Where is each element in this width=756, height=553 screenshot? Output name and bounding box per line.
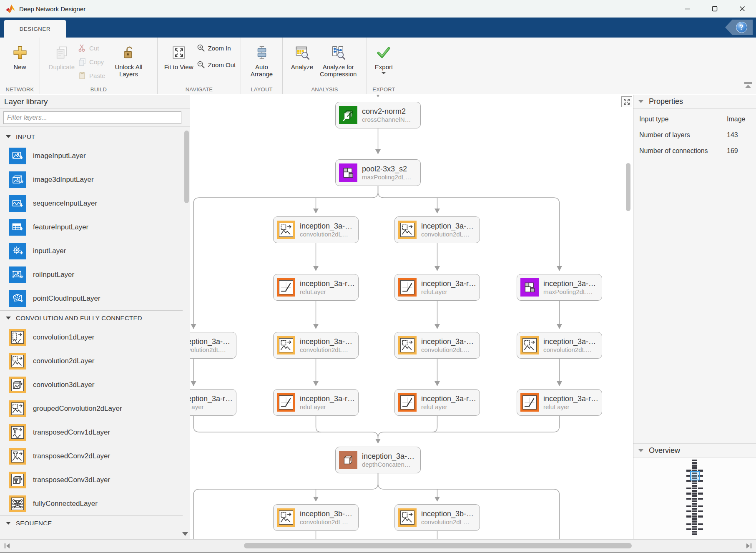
layer-item-featureInputLayer[interactable]: featureInputLayer [0,215,183,239]
layer-item-roiInputLayer[interactable]: roiInputLayer [0,263,183,287]
gear-icon [9,243,26,259]
node-title: inception_3a-… [543,279,596,288]
properties-header[interactable]: Properties [633,95,756,109]
minimize-button[interactable] [673,0,701,18]
help-button[interactable]: ? [725,20,753,35]
minimap-node [686,498,691,500]
minimap-node [686,515,691,517]
node-subtitle: reluLayer [300,288,355,296]
canvas-node-16[interactable]: inception_3b-…convolution2dL… [273,504,359,531]
analyze-for-compression-button[interactable]: Analyze for Compression [316,41,361,78]
layer-item-transposedConv3dLayer[interactable]: transposedConv3dLayer [0,468,183,492]
canvas-node-5[interactable]: inception_3a-r…reluLayer [394,274,480,301]
export-button[interactable]: Export [372,41,395,75]
conv2d-icon [277,508,295,527]
paste-button[interactable]: Paste [78,70,105,81]
duplicate-button[interactable]: Duplicate [46,41,78,71]
close-button[interactable] [728,0,756,18]
canvas-node-13[interactable]: inception_3a-r…reluLayer [394,389,480,416]
collapse-ribbon-button[interactable] [743,82,753,91]
analyze-button[interactable]: Analyze [289,41,316,71]
canvas-node-15[interactable]: inception_3a-…depthConcaten… [335,447,421,473]
minimap-node [692,531,697,533]
zoom-out-button[interactable]: Zoom Out [197,59,236,70]
paste-icon [78,71,86,80]
network-canvas[interactable]: conv2-norm2crossChannelN…pool2-3x3_s2max… [190,95,633,539]
minimap-node [692,465,697,466]
canvas-node-3[interactable]: inception_3a-…convolution2dL… [394,216,480,243]
minimap-node [698,505,703,507]
layer-item-sequenceInputLayer[interactable]: sequenceInputLayer [0,191,183,215]
canvas-node-14[interactable]: inception_3a-r…reluLayer [517,389,602,416]
section-header-sequence[interactable]: SEQUENCE [0,515,183,525]
toolbar: New NETWORK Duplicate [0,38,756,94]
canvas-vertical-scrollbar[interactable] [626,163,630,211]
canvas-node-11[interactable]: inception_3a-r…reluLayer [190,389,236,416]
filter-layers-input[interactable] [3,111,181,124]
node-subtitle: convolution2dL… [300,518,352,526]
conv2d-icon [277,336,295,354]
minimap-node [692,503,697,505]
clipboard-stack: Cut Copy Paste [77,41,106,83]
conv2d-icon [398,336,417,354]
minimap-node [686,493,691,494]
deep-network-designer-window: Deep Network Designer DESIGNER ? [0,0,756,553]
overview-minimap[interactable] [633,457,756,539]
layer-item-convolution2dLayer[interactable]: convolution2dLayer [0,349,183,373]
canvas-node-1[interactable]: pool2-3x3_s2maxPooling2dL… [335,159,421,186]
sidebar-scroll-down-icon[interactable] [182,532,188,536]
canvas-node-9[interactable]: inception_3a-…convolution2dL… [394,332,480,359]
minimap-node [698,488,703,489]
collapse-right-panel-icon[interactable] [745,542,753,551]
layer-item-transposedConv2dLayer[interactable]: transposedConv2dLayer [0,444,183,468]
section-header-convolution-and-fully-connected[interactable]: CONVOLUTION AND FULLY CONNECTED [0,310,183,325]
collapse-left-panel-icon[interactable] [3,542,11,551]
canvas-node-10[interactable]: inception_3a-…convolution2dL… [517,332,602,359]
overview-header[interactable]: Overview [633,443,756,457]
tab-designer[interactable]: DESIGNER [4,20,66,38]
canvas-node-6[interactable]: inception_3a-…maxPooling2dL… [517,274,602,301]
minimap-node [692,510,697,512]
layer-item-imageInputLayer[interactable]: imageInputLayer [0,144,183,168]
section-header-input[interactable]: INPUT [0,129,183,144]
caption-navigate: NAVIGATE [158,86,241,93]
minimap-node [692,520,697,522]
tconv3d-icon [9,472,26,488]
canvas-node-2[interactable]: inception_3a-…convolution2dL… [273,216,359,243]
layer-item-groupedConvolution2dLayer[interactable]: groupedConvolution2dLayer [0,397,183,420]
cut-button[interactable]: Cut [78,43,105,53]
layer-item-convolution1dLayer[interactable]: convolution1dLayer [0,325,183,349]
overview-viewport[interactable] [690,471,700,480]
canvas-node-0[interactable]: conv2-norm2crossChannelN… [335,102,421,128]
node-title: inception_3a-… [421,221,474,231]
layer-item-image3dInputLayer[interactable]: image3dInputLayer [0,168,183,191]
zoom-in-button[interactable]: Zoom In [197,43,236,53]
canvas-horizontal-scrollbar[interactable] [244,543,632,548]
layer-item-inputLayer[interactable]: inputLayer [0,239,183,263]
expand-canvas-button[interactable] [621,96,632,107]
copy-button[interactable]: Copy [78,56,105,67]
canvas-node-17[interactable]: inception_3b-…convolution2dL… [394,504,480,531]
minimap-node [692,467,697,469]
new-button[interactable]: New [10,41,30,71]
auto-arrange-button[interactable]: Auto Arrange [241,41,282,78]
canvas-node-7[interactable]: inception_3a-…convolution2dL… [190,332,236,359]
connection-edge [378,416,560,438]
sidebar-vertical-scrollbar[interactable] [184,131,189,203]
property-label: Number of connections [639,147,727,155]
minimap-node [698,493,703,494]
maximize-button[interactable] [701,0,728,18]
minimap-node [686,505,691,507]
layer-item-pointCloudInputLayer[interactable]: pointCloudInputLayer [0,287,183,310]
unlock-all-layers-button[interactable]: Unlock All Layers [106,41,151,78]
layer-item-fullyConnectedLayer[interactable]: fullyConnectedLayer [0,492,183,515]
fit-to-view-button[interactable]: Fit to View [162,41,196,71]
layer-item-transposedConv1dLayer[interactable]: transposedConv1dLayer [0,420,183,444]
fit-to-view-icon [172,42,186,63]
layer-item-convolution3dLayer[interactable]: convolution3dLayer [0,373,183,397]
canvas-node-4[interactable]: inception_3a-r…reluLayer [273,274,359,301]
zoom-out-icon [197,60,205,69]
cube-icon [339,451,357,469]
canvas-node-8[interactable]: inception_3a-…convolution2dL… [273,332,359,359]
canvas-node-12[interactable]: inception_3a-r…reluLayer [273,389,359,416]
